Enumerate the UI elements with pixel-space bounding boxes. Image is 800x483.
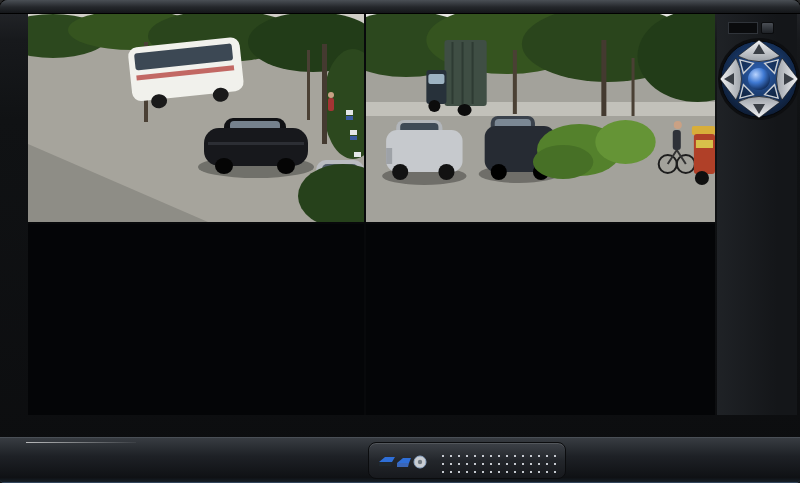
video-feed-street-right <box>366 14 715 222</box>
device-status-panel[interactable] <box>368 442 566 479</box>
title-bar[interactable] <box>0 0 800 14</box>
video-pane-4[interactable] <box>366 224 715 415</box>
ptz-direction-pad[interactable] <box>717 37 800 121</box>
video-pane-2[interactable] <box>366 14 715 222</box>
video-grid <box>28 14 715 415</box>
ptz-center-ball[interactable] <box>748 68 770 90</box>
step-row <box>725 22 797 34</box>
video-pane-3[interactable] <box>28 224 364 415</box>
step-value-field[interactable] <box>728 22 758 34</box>
video-pane-1[interactable] <box>28 14 364 222</box>
channel-indicator-dots <box>437 449 557 473</box>
app-window <box>0 0 800 483</box>
bottom-bar <box>0 437 800 483</box>
sidebar <box>717 14 797 415</box>
video-feed-street-left <box>28 14 364 222</box>
step-dropdown-button[interactable] <box>761 22 774 34</box>
pss-logo-underline <box>26 442 136 443</box>
pss-logo <box>26 442 156 445</box>
drive-disc-icons <box>377 450 429 472</box>
